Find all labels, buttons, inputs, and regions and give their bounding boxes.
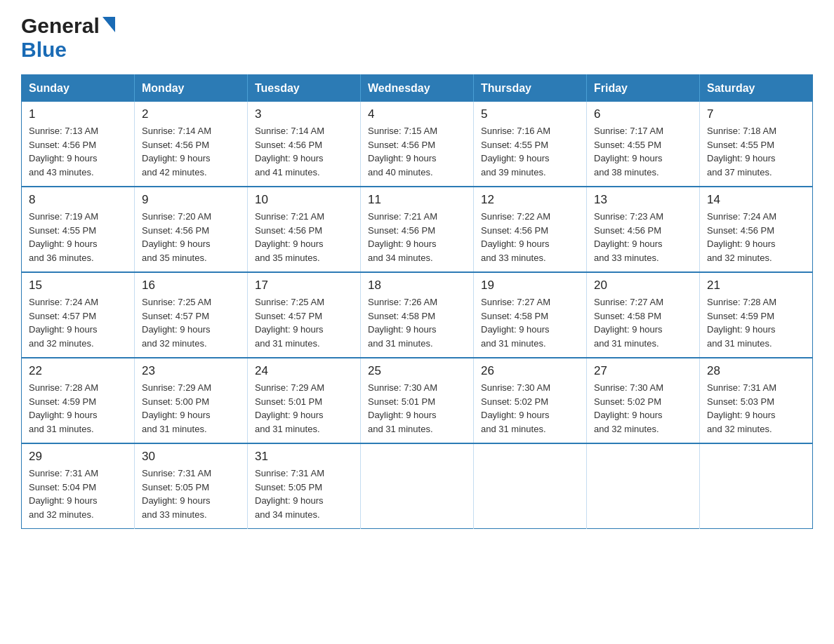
calendar-week-row: 29 Sunrise: 7:31 AM Sunset: 5:04 PM Dayl… <box>22 443 813 529</box>
calendar-cell: 2 Sunrise: 7:14 AM Sunset: 4:56 PM Dayli… <box>135 102 248 187</box>
day-number: 12 <box>481 193 579 207</box>
day-number: 3 <box>255 107 353 121</box>
day-number: 5 <box>481 107 579 121</box>
day-number: 7 <box>707 107 805 121</box>
weekday-header-wednesday: Wednesday <box>361 75 474 102</box>
weekday-header-saturday: Saturday <box>700 75 813 102</box>
day-info: Sunrise: 7:24 AM Sunset: 4:57 PM Dayligh… <box>29 295 127 350</box>
day-number: 6 <box>594 107 692 121</box>
day-info: Sunrise: 7:30 AM Sunset: 5:01 PM Dayligh… <box>368 381 466 436</box>
calendar-cell: 28 Sunrise: 7:31 AM Sunset: 5:03 PM Dayl… <box>700 358 813 443</box>
day-info: Sunrise: 7:23 AM Sunset: 4:56 PM Dayligh… <box>594 210 692 264</box>
calendar-cell <box>361 443 474 529</box>
day-number: 13 <box>594 193 692 207</box>
day-info: Sunrise: 7:31 AM Sunset: 5:05 PM Dayligh… <box>255 467 353 521</box>
day-info: Sunrise: 7:31 AM Sunset: 5:03 PM Dayligh… <box>707 381 805 436</box>
day-info: Sunrise: 7:27 AM Sunset: 4:58 PM Dayligh… <box>594 295 692 350</box>
day-info: Sunrise: 7:20 AM Sunset: 4:56 PM Dayligh… <box>142 210 240 264</box>
day-info: Sunrise: 7:24 AM Sunset: 4:56 PM Dayligh… <box>707 210 805 264</box>
weekday-header-friday: Friday <box>587 75 700 102</box>
calendar-cell: 21 Sunrise: 7:28 AM Sunset: 4:59 PM Dayl… <box>700 272 813 358</box>
day-number: 29 <box>29 450 127 464</box>
day-number: 1 <box>29 107 127 121</box>
day-info: Sunrise: 7:28 AM Sunset: 4:59 PM Dayligh… <box>29 381 127 436</box>
calendar-cell <box>587 443 700 529</box>
calendar-cell: 9 Sunrise: 7:20 AM Sunset: 4:56 PM Dayli… <box>135 187 248 272</box>
calendar-week-row: 15 Sunrise: 7:24 AM Sunset: 4:57 PM Dayl… <box>22 272 813 358</box>
weekday-header-thursday: Thursday <box>474 75 587 102</box>
day-info: Sunrise: 7:25 AM Sunset: 4:57 PM Dayligh… <box>255 295 353 350</box>
calendar-cell <box>700 443 813 529</box>
calendar-cell: 16 Sunrise: 7:25 AM Sunset: 4:57 PM Dayl… <box>135 272 248 358</box>
calendar-cell: 22 Sunrise: 7:28 AM Sunset: 4:59 PM Dayl… <box>22 358 135 443</box>
calendar-cell: 6 Sunrise: 7:17 AM Sunset: 4:55 PM Dayli… <box>587 102 700 187</box>
calendar-cell: 26 Sunrise: 7:30 AM Sunset: 5:02 PM Dayl… <box>474 358 587 443</box>
day-info: Sunrise: 7:13 AM Sunset: 4:56 PM Dayligh… <box>29 124 127 179</box>
day-info: Sunrise: 7:31 AM Sunset: 5:04 PM Dayligh… <box>29 467 127 521</box>
calendar-week-row: 1 Sunrise: 7:13 AM Sunset: 4:56 PM Dayli… <box>22 102 813 187</box>
weekday-header-tuesday: Tuesday <box>248 75 361 102</box>
day-number: 15 <box>29 279 127 293</box>
calendar-cell: 8 Sunrise: 7:19 AM Sunset: 4:55 PM Dayli… <box>22 187 135 272</box>
day-info: Sunrise: 7:14 AM Sunset: 4:56 PM Dayligh… <box>142 124 240 179</box>
day-number: 24 <box>255 364 353 378</box>
day-number: 8 <box>29 193 127 207</box>
calendar-cell: 17 Sunrise: 7:25 AM Sunset: 4:57 PM Dayl… <box>248 272 361 358</box>
day-number: 31 <box>255 450 353 464</box>
day-info: Sunrise: 7:17 AM Sunset: 4:55 PM Dayligh… <box>594 124 692 179</box>
day-number: 27 <box>594 364 692 378</box>
day-info: Sunrise: 7:22 AM Sunset: 4:56 PM Dayligh… <box>481 210 579 264</box>
calendar-cell: 11 Sunrise: 7:21 AM Sunset: 4:56 PM Dayl… <box>361 187 474 272</box>
calendar-table: SundayMondayTuesdayWednesdayThursdayFrid… <box>21 74 813 529</box>
calendar-cell: 18 Sunrise: 7:26 AM Sunset: 4:58 PM Dayl… <box>361 272 474 358</box>
day-number: 28 <box>707 364 805 378</box>
day-info: Sunrise: 7:30 AM Sunset: 5:02 PM Dayligh… <box>594 381 692 436</box>
page-header: General Blue <box>21 14 813 62</box>
calendar-cell: 25 Sunrise: 7:30 AM Sunset: 5:01 PM Dayl… <box>361 358 474 443</box>
day-info: Sunrise: 7:29 AM Sunset: 5:01 PM Dayligh… <box>255 381 353 436</box>
day-info: Sunrise: 7:14 AM Sunset: 4:56 PM Dayligh… <box>255 124 353 179</box>
calendar-cell: 27 Sunrise: 7:30 AM Sunset: 5:02 PM Dayl… <box>587 358 700 443</box>
day-info: Sunrise: 7:25 AM Sunset: 4:57 PM Dayligh… <box>142 295 240 350</box>
day-number: 10 <box>255 193 353 207</box>
calendar-week-row: 22 Sunrise: 7:28 AM Sunset: 4:59 PM Dayl… <box>22 358 813 443</box>
calendar-cell <box>474 443 587 529</box>
day-number: 14 <box>707 193 805 207</box>
day-info: Sunrise: 7:26 AM Sunset: 4:58 PM Dayligh… <box>368 295 466 350</box>
day-info: Sunrise: 7:15 AM Sunset: 4:56 PM Dayligh… <box>368 124 466 179</box>
day-info: Sunrise: 7:16 AM Sunset: 4:55 PM Dayligh… <box>481 124 579 179</box>
day-info: Sunrise: 7:29 AM Sunset: 5:00 PM Dayligh… <box>142 381 240 436</box>
calendar-cell: 23 Sunrise: 7:29 AM Sunset: 5:00 PM Dayl… <box>135 358 248 443</box>
day-number: 30 <box>142 450 240 464</box>
weekday-header-monday: Monday <box>135 75 248 102</box>
calendar-cell: 20 Sunrise: 7:27 AM Sunset: 4:58 PM Dayl… <box>587 272 700 358</box>
logo-blue-text: Blue <box>21 38 67 61</box>
calendar-week-row: 8 Sunrise: 7:19 AM Sunset: 4:55 PM Dayli… <box>22 187 813 272</box>
day-number: 19 <box>481 279 579 293</box>
weekday-header-row: SundayMondayTuesdayWednesdayThursdayFrid… <box>22 75 813 102</box>
day-number: 4 <box>368 107 466 121</box>
day-number: 16 <box>142 279 240 293</box>
calendar-cell: 31 Sunrise: 7:31 AM Sunset: 5:05 PM Dayl… <box>248 443 361 529</box>
day-number: 9 <box>142 193 240 207</box>
weekday-header-sunday: Sunday <box>22 75 135 102</box>
calendar-cell: 4 Sunrise: 7:15 AM Sunset: 4:56 PM Dayli… <box>361 102 474 187</box>
day-info: Sunrise: 7:21 AM Sunset: 4:56 PM Dayligh… <box>368 210 466 264</box>
day-info: Sunrise: 7:19 AM Sunset: 4:55 PM Dayligh… <box>29 210 127 264</box>
day-info: Sunrise: 7:18 AM Sunset: 4:55 PM Dayligh… <box>707 124 805 179</box>
day-number: 26 <box>481 364 579 378</box>
calendar-cell: 15 Sunrise: 7:24 AM Sunset: 4:57 PM Dayl… <box>22 272 135 358</box>
logo-triangle-icon <box>102 17 115 35</box>
day-number: 2 <box>142 107 240 121</box>
calendar-cell: 5 Sunrise: 7:16 AM Sunset: 4:55 PM Dayli… <box>474 102 587 187</box>
day-number: 23 <box>142 364 240 378</box>
day-number: 21 <box>707 279 805 293</box>
calendar-cell: 7 Sunrise: 7:18 AM Sunset: 4:55 PM Dayli… <box>700 102 813 187</box>
day-info: Sunrise: 7:21 AM Sunset: 4:56 PM Dayligh… <box>255 210 353 264</box>
svg-marker-0 <box>102 17 115 32</box>
day-info: Sunrise: 7:31 AM Sunset: 5:05 PM Dayligh… <box>142 467 240 521</box>
calendar-cell: 13 Sunrise: 7:23 AM Sunset: 4:56 PM Dayl… <box>587 187 700 272</box>
calendar-cell: 19 Sunrise: 7:27 AM Sunset: 4:58 PM Dayl… <box>474 272 587 358</box>
day-info: Sunrise: 7:27 AM Sunset: 4:58 PM Dayligh… <box>481 295 579 350</box>
day-number: 25 <box>368 364 466 378</box>
